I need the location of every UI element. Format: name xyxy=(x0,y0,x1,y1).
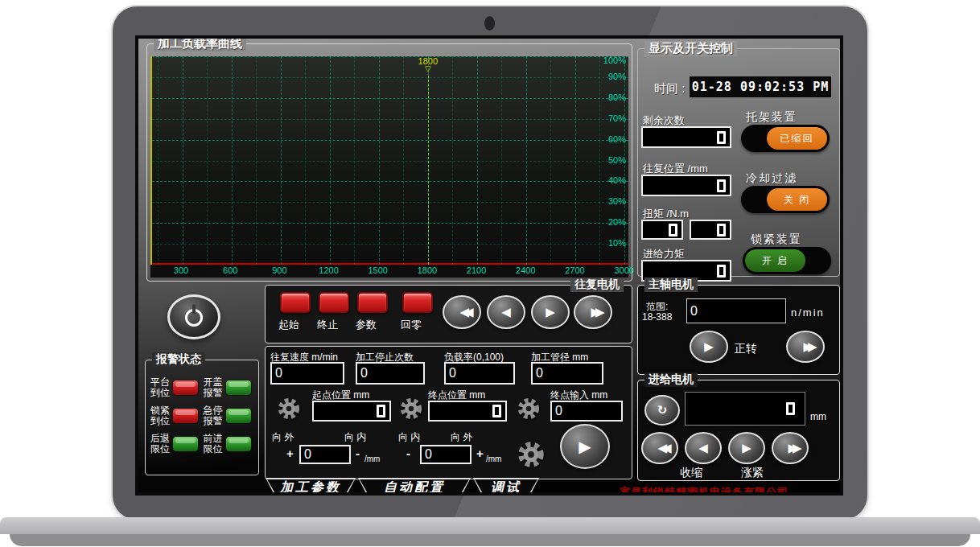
chart-title: 加工负载率曲线 xyxy=(154,36,246,51)
recip-zero-label: 回零 xyxy=(401,318,422,332)
cooling-label: 冷却过滤 xyxy=(746,171,797,186)
recip-back-button[interactable]: ◀ xyxy=(487,295,525,329)
spindle-unit: n/min xyxy=(791,306,825,319)
recip-title: 往复电机 xyxy=(570,278,624,292)
feed-fast-forward-button[interactable]: ▶▶ xyxy=(772,432,809,464)
torque-display-2: 0 xyxy=(690,220,731,240)
recip-forward-button[interactable]: ▶ xyxy=(531,295,570,329)
time-display: 01-28 09:02:53 PM xyxy=(690,76,831,97)
bracket-label: 托架装置 xyxy=(746,110,797,125)
alarm-platform: 平台到位 xyxy=(150,377,204,398)
load-curve-chart: 1800 ▽ 100%90%80%70%60%50%40%30%20%10% 3… xyxy=(150,56,628,278)
spindle-speed-input[interactable]: 0 xyxy=(686,298,786,323)
bracket-toggle[interactable]: 已缩回 xyxy=(741,125,830,152)
alarm-row: 平台到位 开盖报警 xyxy=(150,377,256,398)
gear-icon[interactable] xyxy=(517,397,541,421)
display-switch-panel: 显示及开关控制 时间 : 01-28 09:02:53 PM 剩余次数 0 托架… xyxy=(637,48,840,277)
recip-stop-label: 终止 xyxy=(317,318,338,332)
minus-sign: - xyxy=(356,446,360,460)
spindle-forward-label: 正转 xyxy=(735,342,757,356)
remaining-display: 0 xyxy=(641,126,731,148)
jog-out-input[interactable]: 0 xyxy=(299,445,351,464)
chart-gridarea: 1800 ▽ 100%90%80%70%60%50%40%30%20%10% xyxy=(150,56,628,265)
recip-pos-display: 0 xyxy=(641,175,731,196)
alarm-lock: 锁紧到位 xyxy=(150,405,204,426)
chart-x-axis xyxy=(152,263,628,265)
alarm-estop: 急停报警 xyxy=(204,405,257,426)
load-rate-input[interactable]: 0 xyxy=(444,362,515,385)
alarm-cover: 开盖报警 xyxy=(204,377,257,398)
params-panel: 往复速度 m/min 0 加工停止次数 0 负载率(0,100) 0 加工管径 … xyxy=(265,346,632,479)
gear-icon[interactable] xyxy=(517,440,546,469)
load-curve-panel: 加工负载率曲线 1800 ▽ 100%90%80%70%60%50%40%30%… xyxy=(146,43,632,282)
alarm-forward-limit: 前进限位 xyxy=(204,434,257,454)
spindle-range-value: 18-388 xyxy=(642,311,672,323)
jog-unit: /mm xyxy=(364,454,380,463)
feed-unit: mm xyxy=(810,411,826,422)
jog-out-label: 向 外 xyxy=(451,430,472,444)
jog-outward-group: 向 外 向 内 + 0 - /mm xyxy=(270,430,393,469)
spindle-fast-forward-button[interactable]: ▶▶ xyxy=(786,331,825,363)
torque-display-1: 0 xyxy=(641,220,683,240)
recip-fast-forward-button[interactable]: ▶▶ xyxy=(574,295,612,329)
alarm-status-panel: 报警状态 平台到位 开盖报警 锁紧到位 xyxy=(145,360,259,475)
feed-reset-button[interactable]: ↻ xyxy=(644,395,680,426)
cooling-toggle[interactable]: 关 闭 xyxy=(741,186,830,213)
jog-in-label: 向 内 xyxy=(398,430,420,444)
feed-rewind-button[interactable]: ◀◀ xyxy=(641,432,678,464)
spindle-title: 主轴电机 xyxy=(644,278,698,292)
jog-inward-group: 向 内 向 外 - 0 + /mm xyxy=(396,430,517,469)
power-button[interactable] xyxy=(167,294,220,339)
recip-start-button[interactable] xyxy=(280,292,311,313)
alarm-title: 报警状态 xyxy=(152,352,205,367)
run-button[interactable]: ▶ xyxy=(560,424,610,469)
alarm-back-limit: 后退限位 xyxy=(150,434,204,454)
feed-tighten-label: 涨紧 xyxy=(741,466,764,480)
webcam-icon xyxy=(484,16,495,31)
bracket-state: 已缩回 xyxy=(767,127,827,150)
end-input-field[interactable]: 0 xyxy=(550,401,623,422)
cover-led xyxy=(225,380,252,396)
tab-auto-config[interactable]: 自动配置 xyxy=(358,478,471,496)
tab-debug[interactable]: 调试 xyxy=(473,478,539,496)
back-limit-led xyxy=(172,436,199,452)
lock-state: 开 启 xyxy=(745,249,805,272)
spindle-forward-button[interactable]: ▶ xyxy=(690,331,728,363)
recip-start-label: 起始 xyxy=(278,318,299,332)
plus-sign: + xyxy=(476,446,484,460)
laptop-base-bottom xyxy=(10,534,970,546)
forward-limit-led xyxy=(225,436,252,452)
recip-speed-input[interactable]: 0 xyxy=(270,362,344,385)
chart-xlabels: 3006009001200150018002100240027003000 xyxy=(150,265,628,277)
bottom-tabs: 加工参数 自动配置 调试 xyxy=(266,478,539,496)
pipe-dia-input[interactable]: 0 xyxy=(531,362,603,385)
feed-back-button[interactable]: ◀ xyxy=(685,432,722,464)
feed-position-display: 0 xyxy=(685,392,805,426)
jog-in-label: 向 内 xyxy=(344,430,366,444)
jog-in-input[interactable]: 0 xyxy=(420,445,471,464)
time-label: 时间 : xyxy=(654,81,685,97)
feed-title: 进给电机 xyxy=(644,372,698,387)
gear-icon[interactable] xyxy=(399,397,423,421)
platform-led xyxy=(172,380,199,396)
recip-zero-button[interactable] xyxy=(402,292,433,313)
start-pos-display: 0 xyxy=(312,401,391,422)
stop-count-input[interactable]: 0 xyxy=(356,362,425,385)
estop-led xyxy=(225,408,252,424)
feed-forward-button[interactable]: ▶ xyxy=(728,432,765,464)
jog-unit: /mm xyxy=(486,454,501,463)
plus-sign: + xyxy=(286,446,294,460)
alarm-row: 后退限位 前进限位 xyxy=(150,434,256,454)
alarm-row: 锁紧到位 急停报警 xyxy=(150,405,256,426)
recip-rewind-button[interactable]: ◀◀ xyxy=(443,295,481,329)
lock-toggle[interactable]: 开 启 xyxy=(743,247,831,274)
minus-sign: - xyxy=(406,446,410,460)
gear-icon[interactable] xyxy=(277,397,301,421)
recip-param-button[interactable] xyxy=(357,292,388,313)
laptop-frame: 加工负载率曲线 1800 ▽ 100%90%80%70%60%50%40%30%… xyxy=(113,6,867,520)
recip-param-label: 参数 xyxy=(356,318,377,332)
tab-processing-params[interactable]: 加工参数 xyxy=(266,478,356,496)
recip-motor-panel: 往复电机 起始 终止 参数 回零 ◀◀ ◀ ▶ ▶▶ xyxy=(265,285,632,343)
company-name: 宜昌利锐特精密机电设备有限公司 xyxy=(620,485,789,496)
recip-stop-button[interactable] xyxy=(319,292,349,313)
